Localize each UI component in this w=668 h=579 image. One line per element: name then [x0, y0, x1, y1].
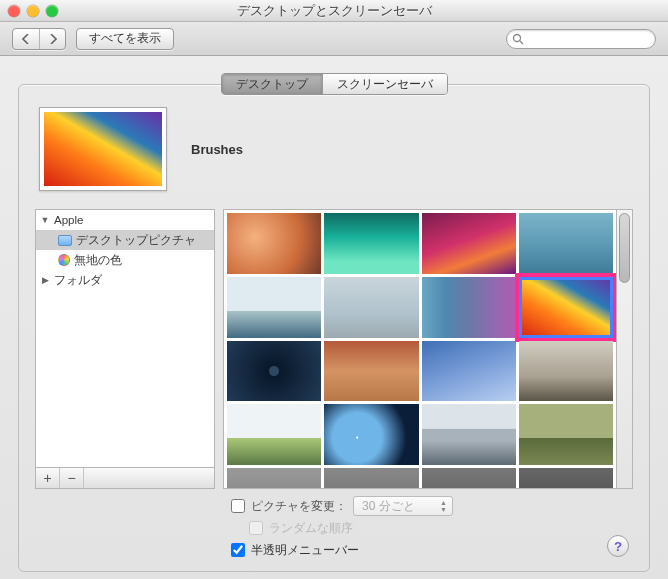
options-area: ピクチャを変更： 30 分ごと ▲▼ ランダムな順序 半透明メニューバー ?	[35, 489, 633, 561]
source-group-label: Apple	[54, 214, 83, 226]
search-icon	[512, 33, 524, 45]
help-button[interactable]: ?	[607, 535, 629, 557]
wallpaper-thumbnail[interactable]	[324, 213, 418, 274]
wallpaper-thumbnail[interactable]	[422, 277, 516, 338]
wallpaper-thumbnail[interactable]	[227, 404, 321, 465]
disclosure-right-icon[interactable]: ▶	[40, 275, 50, 285]
change-picture-checkbox[interactable]	[231, 499, 245, 513]
wallpaper-thumbnail[interactable]	[227, 341, 321, 402]
source-item-desktop-pictures[interactable]: デスクトップピクチャ	[36, 230, 214, 250]
source-item-label: デスクトップピクチャ	[76, 233, 196, 248]
source-group-label: フォルダ	[54, 273, 102, 288]
source-list[interactable]: ▼ Apple デスクトップピクチャ 無地の色 ▶ フォルダ	[35, 209, 215, 467]
translucent-menubar-label: 半透明メニューバー	[251, 542, 359, 559]
folder-icon	[58, 235, 72, 246]
remove-source-button[interactable]: −	[60, 468, 84, 488]
tabbar: デスクトップ スクリーンセーバ	[19, 73, 649, 95]
chevron-right-icon	[49, 34, 57, 44]
current-wallpaper-preview	[39, 107, 167, 191]
svg-line-1	[520, 41, 523, 44]
svg-point-0	[514, 34, 521, 41]
translucent-menubar-checkbox[interactable]	[231, 543, 245, 557]
wallpaper-thumbnail[interactable]	[422, 404, 516, 465]
wallpaper-grid[interactable]	[223, 209, 617, 489]
random-order-label: ランダムな順序	[269, 520, 353, 537]
show-all-button[interactable]: すべてを表示	[76, 28, 174, 50]
add-source-button[interactable]: +	[36, 468, 60, 488]
source-item-label: 無地の色	[74, 253, 122, 268]
source-list-footer: + −	[35, 467, 215, 489]
random-order-checkbox[interactable]	[249, 521, 263, 535]
updown-arrows-icon: ▲▼	[440, 499, 447, 513]
change-interval-value: 30 分ごと	[362, 498, 415, 515]
wallpaper-thumbnail[interactable]	[519, 468, 613, 489]
help-icon: ?	[614, 539, 622, 554]
window-controls	[8, 5, 58, 17]
zoom-button[interactable]	[46, 5, 58, 17]
wallpaper-thumbnail[interactable]	[227, 213, 321, 274]
source-item-solid-colors[interactable]: 無地の色	[36, 250, 214, 270]
window-title: デスクトップとスクリーンセーバ	[0, 2, 668, 20]
wallpaper-thumbnail[interactable]	[324, 404, 418, 465]
scrollbar-thumb[interactable]	[619, 213, 630, 283]
wallpaper-image	[44, 112, 162, 186]
wallpaper-thumbnail[interactable]	[519, 341, 613, 402]
disclosure-down-icon[interactable]: ▼	[40, 215, 50, 225]
wallpaper-thumbnail[interactable]	[324, 277, 418, 338]
tab-screensaver[interactable]: スクリーンセーバ	[322, 74, 447, 94]
forward-button[interactable]	[39, 29, 65, 49]
toolbar: すべてを表示	[0, 22, 668, 56]
back-button[interactable]	[13, 29, 39, 49]
wallpaper-thumbnail[interactable]	[422, 468, 516, 489]
close-button[interactable]	[8, 5, 20, 17]
color-wheel-icon	[58, 254, 70, 266]
wallpaper-thumbnail[interactable]	[227, 277, 321, 338]
search-input[interactable]	[506, 29, 656, 49]
chevron-left-icon	[22, 34, 30, 44]
minimize-button[interactable]	[27, 5, 39, 17]
current-preview-row: Brushes	[35, 107, 633, 191]
source-group-apple[interactable]: ▼ Apple	[36, 210, 214, 230]
wallpaper-thumbnail[interactable]	[422, 341, 516, 402]
wallpaper-thumbnail[interactable]	[422, 213, 516, 274]
wallpaper-thumbnail[interactable]	[519, 277, 613, 338]
grid-scrollbar[interactable]	[617, 209, 633, 489]
change-picture-label: ピクチャを変更：	[251, 498, 347, 515]
wallpaper-thumbnail[interactable]	[519, 213, 613, 274]
source-group-folders[interactable]: ▶ フォルダ	[36, 270, 214, 290]
window-titlebar: デスクトップとスクリーンセーバ	[0, 0, 668, 22]
wallpaper-thumbnail[interactable]	[324, 341, 418, 402]
wallpaper-thumbnail[interactable]	[227, 468, 321, 489]
search-wrap	[506, 29, 656, 49]
preferences-panel: デスクトップ スクリーンセーバ Brushes ▼ Apple	[18, 84, 650, 572]
tab-desktop[interactable]: デスクトップ	[222, 74, 322, 94]
nav-segmented	[12, 28, 66, 50]
wallpaper-thumbnail[interactable]	[324, 468, 418, 489]
wallpaper-thumbnail[interactable]	[519, 404, 613, 465]
change-interval-dropdown[interactable]: 30 分ごと ▲▼	[353, 496, 453, 516]
current-wallpaper-name: Brushes	[191, 142, 243, 157]
